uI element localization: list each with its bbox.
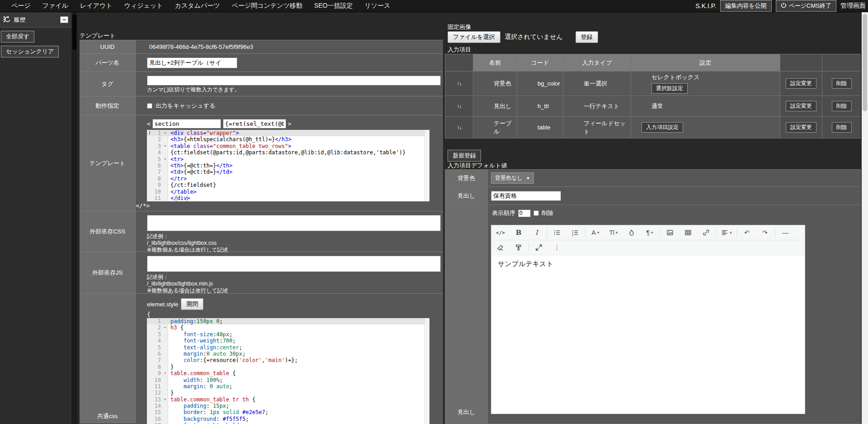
svg-text:3: 3 — [572, 234, 574, 236]
view-html-icon[interactable]: </> — [491, 225, 509, 240]
ordered-list-icon[interactable]: 123 — [566, 225, 584, 240]
menu-item-pages[interactable]: ページ — [5, 2, 37, 10]
toolbar-separator — [775, 228, 775, 238]
change-setting-label: 設定変更 — [790, 80, 812, 86]
cms-exit-button[interactable]: ページCMS終了 — [776, 0, 837, 12]
tint-icon[interactable] — [623, 225, 641, 240]
register-button[interactable]: 登録 — [576, 31, 598, 43]
power-icon — [781, 2, 787, 10]
template-label: テンプレート — [80, 115, 136, 211]
template-attr-input[interactable] — [223, 119, 286, 129]
insert-image-icon[interactable] — [661, 225, 679, 240]
menu-item-files[interactable]: ファイル — [37, 2, 74, 10]
editor-scrollbar[interactable] — [425, 130, 429, 201]
align-icon[interactable] — [717, 225, 736, 240]
fullscreen-icon[interactable] — [530, 240, 548, 255]
italic-icon[interactable]: I — [528, 225, 546, 240]
delete-item-label: 削除 — [836, 80, 847, 86]
template-tag-input[interactable] — [152, 119, 221, 129]
delete-item-button[interactable]: 削除 — [832, 122, 852, 133]
change-setting-label: 設定変更 — [790, 124, 812, 130]
default-heading-label: 見出し — [445, 187, 488, 205]
choices-setting-button[interactable]: 選択肢設定 — [651, 83, 688, 94]
menu-item-custom-parts[interactable]: カスタムパーツ — [169, 2, 226, 10]
menu-item-widget[interactable]: ウィジェット — [118, 2, 169, 10]
input-items-setting-button[interactable]: 入力項目設定 — [642, 122, 683, 133]
toggle-open-close-button[interactable]: 開閉 — [181, 298, 203, 310]
undo-all-button[interactable]: 全部戻す — [1, 31, 34, 43]
more-options-icon[interactable]: ⋮ — [548, 240, 566, 255]
item-type: 一行テキスト — [563, 96, 631, 116]
link-icon[interactable] — [697, 225, 715, 240]
add-new-button[interactable]: 新規登録 — [448, 150, 481, 162]
register-label: 登録 — [581, 33, 593, 40]
display-order-input[interactable] — [518, 210, 531, 217]
common-css-code-editor[interactable]: 1padding:150px 0;2▾h3 {3 font-size:48px;… — [147, 318, 429, 424]
change-setting-button[interactable]: 設定変更 — [786, 101, 816, 111]
unordered-list-icon[interactable] — [548, 225, 566, 240]
template-tag-line: < > — [147, 119, 443, 129]
drag-handle-icon[interactable]: ↑↓ — [457, 103, 462, 110]
bold-icon[interactable]: B — [509, 225, 528, 240]
cms-exit-button-label: ページCMS終了 — [789, 2, 832, 10]
topbar: ページ ファイル レイアウト ウィジェット カスタムパーツ ページ間コンテンツ移… — [0, 0, 868, 12]
history-panel-title: 履歴 — [14, 16, 57, 24]
js-dependency-textarea[interactable] — [147, 256, 441, 272]
uuid-label: UUID — [80, 40, 136, 53]
element-style-text: elemet.style — [147, 301, 178, 308]
close-bracket: > — [288, 120, 292, 127]
undo-icon[interactable]: ↶ — [738, 225, 756, 240]
item-setting-text: セレクトボックス — [651, 73, 699, 81]
admin-screen-link[interactable]: 管理画面 — [840, 2, 866, 10]
default-heading-row: 見出し — [445, 187, 860, 205]
minimize-button[interactable]: − — [60, 16, 68, 23]
rte-content[interactable]: サンプルテキスト — [491, 255, 805, 414]
tag-label: タグ — [80, 72, 136, 96]
window-scrollbar[interactable] — [862, 12, 868, 424]
css-dependency-notes: 記述例： /_lib/lightbox/css/lightbox.css ※複数… — [147, 233, 443, 253]
parts-name-input[interactable] — [147, 57, 237, 68]
font-size-icon[interactable]: Tl — [604, 225, 623, 240]
css-dependency-textarea[interactable] — [147, 215, 441, 231]
session-clear-button[interactable]: セッションクリア — [1, 46, 59, 57]
drag-handle-icon[interactable]: ↑↓ — [457, 81, 462, 87]
template-code-editor[interactable]: i1▾<div class="wrapper">2<h3>{=htmlspeci… — [147, 130, 429, 201]
cache-output-checkbox[interactable] — [147, 103, 152, 109]
item-setting-text: 通常 — [631, 96, 780, 116]
bg-color-select[interactable]: 背景色なし ▼ — [491, 172, 534, 184]
eraser-icon[interactable] — [491, 240, 509, 255]
toolbar-separator — [528, 243, 529, 252]
menu-item-seo-settings[interactable]: SEO一括設定 — [308, 2, 359, 10]
change-setting-button[interactable]: 設定変更 — [786, 122, 816, 133]
delete-checkbox[interactable] — [533, 210, 539, 216]
header-name: 名前 — [473, 54, 517, 71]
defaults-table: 背景色 背景色なし ▼ 見出し 見出し 表示順序 削除 — [445, 169, 861, 424]
delete-item-button[interactable]: 削除 — [832, 78, 852, 89]
tag-note: カンマ(,)区切りで複数入力できます。 — [147, 86, 443, 93]
horizontal-rule-icon[interactable]: — — [776, 225, 794, 240]
tag-input[interactable] — [147, 76, 441, 86]
sidebar-scrollbar[interactable] — [71, 12, 77, 424]
rte-content-text: サンプルテキスト — [498, 260, 553, 267]
window-scrollbar-thumb[interactable] — [863, 14, 867, 111]
menu-item-content-move[interactable]: ページ間コンテンツ移動 — [226, 2, 308, 10]
default-heading-input[interactable] — [491, 191, 561, 201]
open-brace-text: { — [147, 311, 443, 318]
rich-text-editor: </> B I 123 A Tl ¶ — [491, 225, 805, 414]
drag-handle-icon[interactable]: ↑↓ — [457, 124, 462, 131]
publish-button[interactable]: 編集内容を公開 — [720, 0, 771, 12]
text-color-icon[interactable]: A — [586, 225, 604, 240]
menu-item-layout[interactable]: レイアウト — [74, 2, 118, 10]
format-clean-icon[interactable] — [509, 240, 528, 255]
editor-scrollbar[interactable] — [425, 318, 429, 424]
change-setting-button[interactable]: 設定変更 — [786, 78, 816, 89]
common-css-row: 共通css elemet.style 開閉 { 1padding:150px 0… — [80, 294, 443, 424]
delete-item-button[interactable]: 削除 — [832, 101, 852, 111]
template-section-title: テンプレート — [80, 32, 443, 40]
sidebar-scrollbar-thumb[interactable] — [72, 14, 76, 50]
insert-table-icon[interactable] — [679, 225, 697, 240]
paragraph-icon[interactable]: ¶ — [641, 225, 659, 240]
redo-icon[interactable]: ↷ — [756, 225, 774, 240]
choose-file-button[interactable]: ファイルを選択 — [448, 31, 500, 43]
menu-item-resources[interactable]: リソース — [359, 2, 396, 10]
